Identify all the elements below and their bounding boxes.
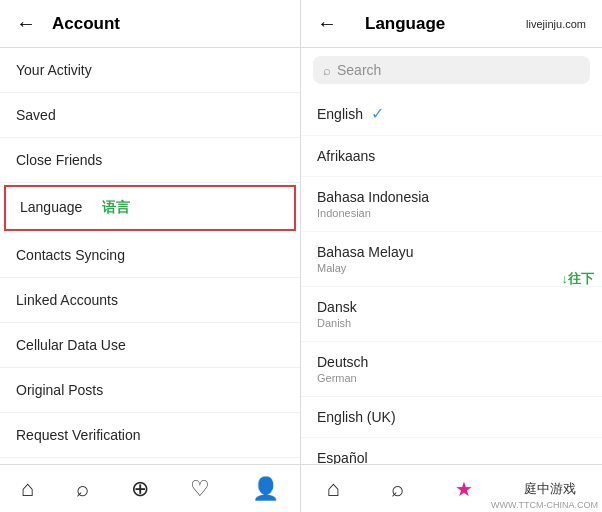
search-icon-right-nav[interactable]: ⌕ xyxy=(391,476,404,502)
lang-item-5[interactable]: DeutschGerman xyxy=(301,342,602,397)
lang-name-6: English (UK) xyxy=(317,409,586,425)
lang-item-4[interactable]: DanskDanish xyxy=(301,287,602,342)
menu-item-saved[interactable]: Saved xyxy=(0,93,300,138)
back-arrow-right[interactable]: ← xyxy=(317,12,337,35)
left-menu: Your ActivitySavedClose FriendsLanguage语… xyxy=(0,48,300,464)
left-header: ← Account xyxy=(0,0,300,48)
menu-item-original-posts[interactable]: Original Posts xyxy=(0,368,300,413)
lang-item-6[interactable]: English (UK) xyxy=(301,397,602,438)
profile-icon-left[interactable]: 👤 xyxy=(252,476,279,502)
lang-item-0[interactable]: English✓ xyxy=(301,92,602,136)
annotation-down: ↓往下 xyxy=(562,270,595,288)
lang-sub-4: Danish xyxy=(317,317,586,329)
right-header: ← Language livejinju.com xyxy=(301,0,602,48)
watermark-text: livejinju.com xyxy=(526,18,586,30)
lang-item-1[interactable]: Afrikaans xyxy=(301,136,602,177)
search-placeholder: Search xyxy=(337,62,381,78)
home-icon-left[interactable]: ⌂ xyxy=(21,476,34,502)
heart-icon-left[interactable]: ♡ xyxy=(190,476,210,502)
left-bottom-nav: ⌂ ⌕ ⊕ ♡ 👤 xyxy=(0,464,300,512)
menu-item-your-activity[interactable]: Your Activity xyxy=(0,48,300,93)
bottom-watermark: WWW.TTCM-CHINA.COM xyxy=(491,500,598,510)
home-icon-right[interactable]: ⌂ xyxy=(327,476,340,502)
left-panel-title: Account xyxy=(52,14,120,34)
add-icon-left[interactable]: ⊕ xyxy=(131,476,149,502)
lang-name-2: Bahasa Indonesia xyxy=(317,189,586,205)
lang-sub-3: Malay xyxy=(317,262,586,274)
menu-item-language[interactable]: Language语言 xyxy=(4,185,296,231)
lang-sub-5: German xyxy=(317,372,586,384)
language-annotation: 语言 xyxy=(102,199,130,215)
menu-item-request-verification[interactable]: Request Verification xyxy=(0,413,300,458)
check-mark-0: ✓ xyxy=(371,104,384,123)
lang-name-0: English✓ xyxy=(317,104,586,123)
lang-name-7: Español xyxy=(317,450,586,464)
lang-name-1: Afrikaans xyxy=(317,148,586,164)
search-icon-left[interactable]: ⌕ xyxy=(76,476,89,502)
lang-item-7[interactable]: EspañolSpanish (Latin America) xyxy=(301,438,602,464)
right-header-left: ← Language xyxy=(317,12,445,35)
lang-name-4: Dansk xyxy=(317,299,586,315)
right-panel: ← Language livejinju.com ⌕ Search Englis… xyxy=(301,0,602,512)
menu-item-close-friends[interactable]: Close Friends xyxy=(0,138,300,183)
search-icon-right: ⌕ xyxy=(323,63,331,78)
language-list: English✓AfrikaansBahasa IndonesiaIndones… xyxy=(301,92,602,464)
left-panel: ← Account Your ActivitySavedClose Friend… xyxy=(0,0,301,512)
menu-item-contacts-syncing[interactable]: Contacts Syncing xyxy=(0,233,300,278)
menu-item-cellular-data-use[interactable]: Cellular Data Use xyxy=(0,323,300,368)
star-icon-right[interactable]: ★ xyxy=(455,477,473,501)
right-panel-title: Language xyxy=(365,14,445,34)
lang-sub-2: Indonesian xyxy=(317,207,586,219)
search-bar[interactable]: ⌕ Search xyxy=(313,56,590,84)
lang-name-5: Deutsch xyxy=(317,354,586,370)
garden-icon-right: 庭中游戏 xyxy=(524,480,576,498)
back-arrow-left[interactable]: ← xyxy=(16,12,36,35)
lang-item-3[interactable]: Bahasa MelayuMalay xyxy=(301,232,602,287)
lang-item-2[interactable]: Bahasa IndonesiaIndonesian xyxy=(301,177,602,232)
menu-item-linked-accounts[interactable]: Linked Accounts xyxy=(0,278,300,323)
lang-name-3: Bahasa Melayu xyxy=(317,244,586,260)
